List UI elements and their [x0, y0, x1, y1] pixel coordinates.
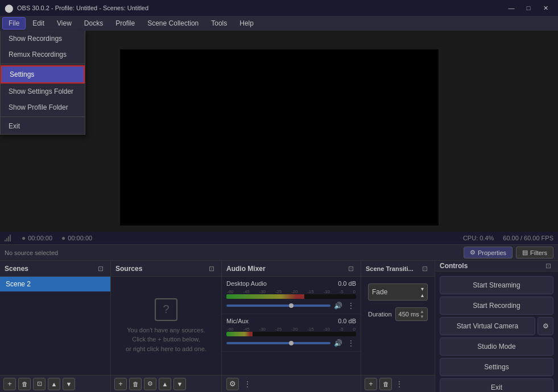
desktop-audio-vol-icon[interactable]: 🔊	[334, 302, 342, 310]
mic-aux-menu[interactable]: ⋮	[346, 339, 356, 348]
mic-aux-vol-icon[interactable]: 🔊	[334, 339, 342, 347]
scenes-down-btn[interactable]: ▼	[63, 378, 75, 390]
start-virtual-camera-button[interactable]: Start Virtual Camera	[440, 317, 535, 335]
maximize-button[interactable]: □	[520, 2, 536, 14]
mic-aux-thumb	[289, 341, 294, 345]
transitions-panel-menu-btn[interactable]: ⊡	[420, 264, 430, 274]
gear-icon: ⚙	[470, 249, 476, 256]
audio-footer: ⚙ ⋮	[222, 375, 361, 392]
duration-value: 450 ms	[399, 311, 419, 318]
menu-divider-1	[1, 64, 85, 64]
controls-settings-button[interactable]: Settings	[440, 358, 553, 376]
controls-exit-button[interactable]: Exit	[440, 378, 553, 392]
transitions-panel-header-right: ⊡	[420, 264, 430, 274]
audio-channel-mic-header: Mic/Aux 0.0 dB	[226, 318, 356, 324]
close-button[interactable]: ✕	[538, 2, 553, 14]
controls-panel-menu-btn[interactable]: ⊡	[543, 261, 553, 271]
sources-title: Sources	[115, 265, 142, 273]
desktop-audio-meter	[226, 294, 356, 299]
menu-remux-recordings[interactable]: Remux Recordings	[1, 47, 85, 62]
minimize-button[interactable]: —	[503, 2, 519, 14]
sources-empty-text: You don't have any sources.Click the + b…	[126, 326, 206, 354]
sources-remove-btn[interactable]: 🗑	[129, 378, 142, 390]
sources-settings-btn[interactable]: ⚙	[144, 378, 156, 390]
desktop-audio-menu[interactable]: ⋮	[346, 301, 356, 310]
start-recording-button[interactable]: Start Recording	[440, 297, 553, 315]
scenes-panel-menu-btn[interactable]: ⊡	[96, 264, 106, 274]
transition-select[interactable]: Fade ▾▴	[368, 283, 428, 301]
sources-panel: Sources ⊡ ? You don't have any sources.C…	[111, 261, 222, 392]
sources-footer: + 🗑 ⚙ ▲ ▼	[111, 375, 221, 392]
controls-panel-header: Controls ⊡	[435, 261, 558, 272]
audio-panel-header: Audio Mixer ⊡	[222, 261, 361, 277]
status-bar: ● 00:00:00 ● 00:00:00 CPU: 0.4% 60.00 / …	[0, 232, 558, 244]
sources-add-btn[interactable]: +	[114, 378, 127, 390]
menu-exit[interactable]: Exit	[1, 118, 85, 134]
audio-more-btn[interactable]: ⋮	[242, 380, 253, 389]
audio-panel-menu-btn[interactable]: ⊡	[346, 264, 356, 274]
titlebar: ⬤ OBS 30.0.2 - Profile: Untitled - Scene…	[0, 0, 558, 16]
sources-empty: ? You don't have any sources.Click the +…	[111, 277, 221, 375]
transitions-panel-header: Scene Transiti... ⊡	[361, 261, 435, 277]
app-icon: ⬤	[5, 3, 14, 12]
panels-row: Scenes ⊡ Scene 2 + 🗑 ⊡ ▲ ▼	[0, 261, 558, 392]
chevron-down-icon: ▾▴	[421, 286, 424, 298]
virtual-camera-row: Start Virtual Camera ⚙	[440, 317, 553, 335]
filters-button[interactable]: ▤ Filters	[516, 247, 553, 258]
status-fps: 60.00 / 60.00 FPS	[503, 235, 553, 241]
mic-aux-slider[interactable]	[226, 342, 330, 344]
menu-settings[interactable]: Settings	[1, 65, 85, 84]
filter-icon: ▤	[522, 249, 528, 256]
titlebar-controls: — □ ✕	[503, 2, 553, 14]
audio-channel-desktop: Desktop Audio 0.0 dB -60-45-30-25-20-15-…	[222, 277, 361, 314]
sources-down-btn[interactable]: ▼	[173, 378, 186, 390]
source-bar: No source selected ⚙ Properties ▤ Filter…	[0, 245, 558, 261]
properties-button[interactable]: ⚙ Properties	[464, 247, 512, 258]
start-streaming-button[interactable]: Start Streaming	[440, 276, 553, 294]
controls-body: Start Streaming Start Recording Start Vi…	[435, 272, 558, 392]
menu-view[interactable]: View	[51, 18, 77, 29]
question-mark-icon: ?	[155, 298, 177, 321]
menu-edit[interactable]: Edit	[27, 18, 50, 29]
no-source-label: No source selected	[5, 249, 58, 256]
menu-show-recordings[interactable]: Show Recordings	[1, 31, 85, 47]
scene-item-scene2[interactable]: Scene 2	[0, 277, 110, 291]
scenes-panel: Scenes ⊡ Scene 2 + 🗑 ⊡ ▲ ▼	[0, 261, 111, 392]
audio-settings-btn[interactable]: ⚙	[226, 378, 239, 390]
mic-aux-meter-fill	[226, 332, 253, 336]
audio-panel-header-right: ⊡	[346, 264, 356, 274]
status-cpu: CPU: 0.4%	[463, 235, 494, 241]
sources-up-btn[interactable]: ▲	[159, 378, 171, 390]
menu-help[interactable]: Help	[234, 18, 259, 29]
audio-channel-desktop-header: Desktop Audio 0.0 dB	[226, 280, 356, 287]
desktop-audio-slider[interactable]	[226, 305, 330, 307]
transitions-more-btn[interactable]: ⋮	[394, 380, 404, 389]
scenes-add-btn[interactable]: +	[3, 378, 16, 390]
transitions-footer: + 🗑 ⋮	[361, 375, 435, 392]
transitions-add-btn[interactable]: +	[365, 378, 377, 390]
desktop-audio-meter-fill	[226, 294, 304, 299]
menu-docks[interactable]: Docks	[78, 18, 109, 29]
svg-rect-3	[10, 235, 11, 241]
studio-mode-button[interactable]: Studio Mode	[440, 337, 553, 356]
scenes-up-btn[interactable]: ▲	[48, 378, 60, 390]
desktop-audio-label: Desktop Audio	[226, 280, 267, 287]
file-dropdown: Show Recordings Remux Recordings Setting…	[0, 31, 85, 135]
mic-aux-label: Mic/Aux	[226, 318, 249, 324]
menu-show-settings-folder[interactable]: Show Settings Folder	[1, 84, 85, 99]
mic-aux-controls: 🔊 ⋮	[226, 339, 356, 348]
menu-scene-collection[interactable]: Scene Collection	[142, 18, 204, 29]
menu-show-profile-folder[interactable]: Show Profile Folder	[1, 99, 85, 115]
menu-profile[interactable]: Profile	[110, 18, 140, 29]
duration-input[interactable]: 450 ms ▲▼	[395, 307, 428, 321]
transitions-remove-btn[interactable]: 🗑	[379, 378, 392, 390]
status-signal-icon	[5, 235, 13, 241]
scenes-panel-header-right: ⊡	[96, 264, 106, 274]
titlebar-title: OBS 30.0.2 - Profile: Untitled - Scenes:…	[17, 5, 148, 11]
menu-tools[interactable]: Tools	[205, 18, 233, 29]
scenes-remove-btn[interactable]: 🗑	[18, 378, 31, 390]
menu-file[interactable]: File	[2, 17, 26, 30]
scenes-filter-btn[interactable]: ⊡	[33, 378, 46, 390]
virtual-camera-settings-btn[interactable]: ⚙	[538, 317, 553, 335]
sources-panel-menu-btn[interactable]: ⊡	[206, 264, 217, 274]
